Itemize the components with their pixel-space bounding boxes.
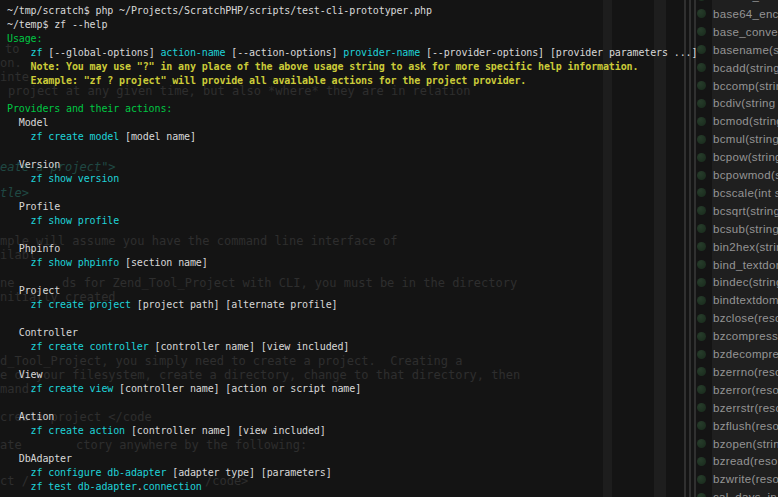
terminal-text-cyan: action-name — [160, 47, 225, 58]
terminal-text-fg — [7, 299, 31, 310]
terminal-line: zf create project [project path] [altern… — [7, 298, 712, 312]
terminal-output: ~/tmp/scratch$ php ~/Projects/ScratchPHP… — [7, 4, 712, 494]
function-name-label: bzopen(string — [713, 438, 778, 450]
terminal-text-fg: [controller name] [view included] — [149, 341, 350, 352]
terminal-text-fg — [7, 257, 31, 268]
function-name-label: bindtextdomai — [713, 294, 778, 306]
function-name-label: bcmul(string le — [713, 133, 778, 145]
terminal-text-fg — [7, 425, 31, 436]
function-name-label: bcsub(string le — [713, 223, 778, 235]
terminal-line: Usage: — [7, 32, 712, 46]
terminal-line: View — [7, 368, 712, 382]
function-name-label: bzcompress(st — [713, 330, 778, 342]
terminal-text-fg: Model — [7, 117, 48, 128]
terminal-line: Phpinfo — [7, 242, 712, 256]
screen: toon.inteproject at any given time, but … — [0, 0, 778, 497]
terminal-line: zf create action [controller name] [view… — [7, 424, 712, 438]
function-name-label: bcpowmod(stri — [713, 169, 778, 181]
function-name-label: bcscale(int sca — [713, 187, 778, 199]
terminal-text-fg: [controller name] [view included] — [125, 425, 326, 436]
terminal-text-fg: [--global-options] — [42, 47, 160, 58]
terminal-text-fg: Profile — [7, 201, 60, 212]
terminal-text-cyan: zf test db-adapter — [31, 481, 137, 492]
function-name-label: bcpow(string b — [713, 151, 778, 163]
terminal-line: zf show version — [7, 172, 712, 186]
terminal-text-cyan: zf create action — [31, 425, 125, 436]
function-name-label: base64_decode(str — [713, 0, 778, 2]
function-name-label: bind_textdoma — [713, 259, 778, 271]
function-name-label: bin2hex(string — [713, 241, 778, 253]
function-name-label: cal_days_in_mo — [713, 491, 778, 497]
terminal-text-cyan: zf show profile — [31, 215, 120, 226]
terminal-text-cyan: zf create view — [31, 383, 114, 394]
terminal-line: zf show profile — [7, 214, 712, 228]
function-name-label: bzdecompress( — [713, 348, 778, 360]
terminal-text-fg — [7, 481, 31, 492]
terminal-line — [7, 88, 712, 102]
terminal-text-fg: [project path] [alternate profile] — [131, 299, 338, 310]
terminal-line — [7, 186, 712, 200]
function-name-label: basename(strin — [713, 44, 778, 56]
terminal-line — [7, 228, 712, 242]
function-name-label: bcmod(string l — [713, 115, 778, 127]
function-name-label: bccomp(string — [713, 80, 778, 92]
terminal-line: zf configure db-adapter [adapter type] [… — [7, 466, 712, 480]
terminal-line — [7, 312, 712, 326]
terminal-text-fg — [7, 341, 31, 352]
terminal-text-fg — [7, 131, 31, 142]
terminal-text-yellow: Note: You may use "?" in any place of th… — [7, 61, 638, 72]
terminal-text-fg — [7, 47, 31, 58]
terminal-line: Project — [7, 284, 712, 298]
terminal-line: DbAdapter — [7, 452, 712, 466]
terminal-text-fg — [7, 467, 31, 478]
terminal-window[interactable]: ~/tmp/scratch$ php ~/Projects/ScratchPHP… — [0, 0, 712, 497]
terminal-line: zf test db-adapter.connection — [7, 480, 712, 494]
terminal-text-cyan: zf — [31, 47, 43, 58]
function-name-label: bzerror(resourc — [713, 384, 778, 396]
terminal-text-cyan: zf create controller — [31, 341, 149, 352]
terminal-line — [7, 396, 712, 410]
terminal-line — [7, 270, 712, 284]
terminal-text-cyan: zf show version — [31, 173, 120, 184]
terminal-line: Profile — [7, 200, 712, 214]
terminal-text-cyan: provider-name — [343, 47, 420, 58]
terminal-text-fg: [adapter type] [parameters] — [166, 467, 331, 478]
terminal-line: ~/tmp/scratch$ php ~/Projects/ScratchPHP… — [7, 4, 712, 18]
terminal-text-fg: [--provider-options] [provider parameter… — [420, 47, 697, 58]
terminal-text-fg: [--action-options] — [225, 47, 343, 58]
terminal-text-fg: Phpinfo — [7, 243, 60, 254]
terminal-text-fg: [section name] — [119, 257, 208, 268]
function-name-label: bzerrstr(resour — [713, 402, 778, 414]
terminal-line: Controller — [7, 326, 712, 340]
function-name-label: base_convert(stri — [713, 26, 778, 38]
function-name-label: bzread(resourc — [713, 455, 778, 467]
terminal-text-yellow: Example: "zf ? project" will provide all… — [7, 75, 526, 86]
terminal-line: ~/temp$ zf --help — [7, 18, 712, 32]
terminal-text-fg: Project — [7, 285, 60, 296]
terminal-text-cyan: zf create project — [31, 299, 131, 310]
terminal-line: zf show phpinfo [section name] — [7, 256, 712, 270]
function-name-label: base64_encode(str — [713, 8, 778, 20]
terminal-text-fg: [controller name] [action or script name… — [113, 383, 361, 394]
terminal-text-cyan: connection — [143, 481, 202, 492]
terminal-line: Providers and their actions: — [7, 102, 712, 116]
terminal-text-green: Usage: — [7, 33, 42, 44]
terminal-line — [7, 354, 712, 368]
function-name-label: bzwrite(resourc — [713, 473, 778, 485]
terminal-line: zf create view [controller name] [action… — [7, 382, 712, 396]
terminal-text-fg — [7, 383, 31, 394]
terminal-text-cyan: zf show phpinfo — [31, 257, 120, 268]
terminal-text-fg: ~/temp$ zf --help — [7, 19, 107, 30]
terminal-text-fg: Controller — [7, 327, 78, 338]
terminal-text-fg: ~/tmp/scratch$ php ~/Projects/ScratchPHP… — [7, 5, 432, 16]
terminal-text-fg: Version — [7, 159, 60, 170]
terminal-text-fg: [model name] — [119, 131, 196, 142]
function-name-label: bcsqrt(string o — [713, 205, 778, 217]
terminal-text-cyan: zf create model — [31, 131, 120, 142]
terminal-line: zf [--global-options] action-name [--act… — [7, 46, 712, 60]
terminal-text-fg: View — [7, 369, 42, 380]
function-name-label: bzflush(resourc — [713, 420, 778, 432]
terminal-line: Version — [7, 158, 712, 172]
terminal-line — [7, 144, 712, 158]
terminal-text-fg: Action — [7, 411, 54, 422]
